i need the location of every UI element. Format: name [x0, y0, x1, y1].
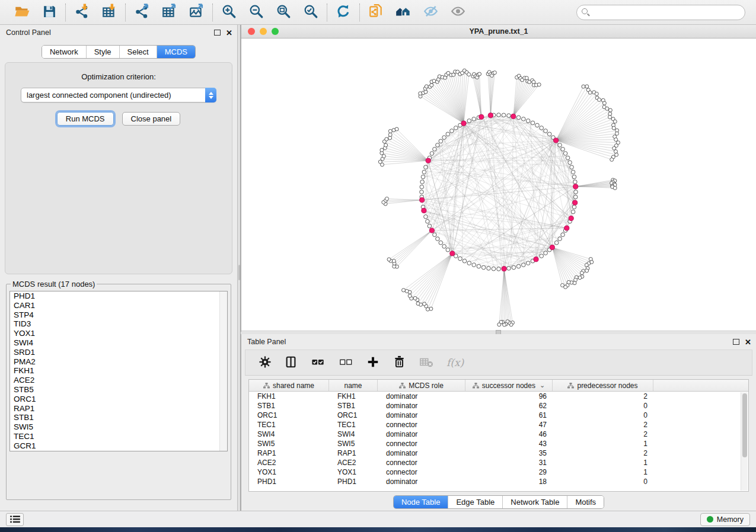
criterion-dropdown[interactable]: largest connected component (undirected)	[21, 88, 216, 102]
mcds-result-item[interactable]: GCR1	[10, 441, 227, 451]
table-panel-header: Table Panel ✕	[241, 334, 756, 350]
add-column-button[interactable]	[366, 355, 379, 370]
table-row[interactable]: SWI4SWI4dominator462	[249, 430, 748, 439]
mcds-list-scrollbar[interactable]	[219, 291, 227, 451]
mcds-result-item[interactable]: PMA2	[10, 357, 227, 367]
zoom-fit-button[interactable]	[275, 4, 292, 21]
mcds-result-item[interactable]: RAP1	[10, 404, 227, 414]
tab-mcds[interactable]: MCDS	[157, 46, 195, 58]
mcds-result-item[interactable]: STB5	[10, 385, 227, 395]
cell-role: dominator	[378, 448, 465, 458]
table-row[interactable]: SWI5SWI5connector431	[249, 439, 748, 448]
cell-predecessors: 0	[553, 411, 653, 420]
import-table-button[interactable]	[101, 4, 117, 21]
mcds-result-item[interactable]: ACE2	[10, 376, 227, 385]
save-session-button[interactable]	[41, 4, 58, 21]
open-file-button[interactable]	[14, 4, 30, 21]
delete-column-button[interactable]	[393, 355, 406, 370]
column-header-shared-name[interactable]: shared name	[249, 380, 329, 391]
tab-style[interactable]: Style	[86, 46, 119, 58]
deselect-all-rows-button[interactable]	[339, 355, 353, 370]
cell-predecessors: 0	[553, 401, 653, 411]
control-panel-title: Control Panel	[6, 28, 51, 37]
select-all-rows-icon	[311, 355, 326, 370]
cell-empty	[653, 477, 748, 486]
close-panel-icon[interactable]: ✕	[745, 338, 751, 346]
tab-network-table[interactable]: Network Table	[502, 496, 567, 508]
mcds-result-item[interactable]: TEC1	[10, 432, 227, 441]
table-row[interactable]: RAP1RAP1dominator352	[249, 448, 748, 458]
mcds-result-item[interactable]: YOX1	[10, 329, 227, 338]
mcds-result-item[interactable]: TID3	[10, 319, 227, 329]
float-panel-icon[interactable]	[214, 30, 221, 36]
table-scrollbar-thumb[interactable]	[742, 393, 747, 457]
mcds-result-item[interactable]: FKH1	[10, 366, 227, 376]
export-image-button[interactable]	[188, 4, 205, 21]
mcds-result-item[interactable]: CAR1	[10, 301, 227, 310]
mcds-result-item[interactable]: STP4	[10, 310, 227, 320]
run-mcds-button[interactable]: Run MCDS	[57, 112, 114, 126]
hide-selected-button[interactable]	[422, 4, 439, 21]
cell-successors: 47	[465, 420, 553, 430]
import-network-button[interactable]	[74, 4, 90, 21]
network-graph	[241, 39, 755, 331]
column-header-MCDS-role[interactable]: MCDS role	[378, 380, 465, 391]
export-network-button[interactable]	[133, 4, 150, 21]
table-row[interactable]: TEC1TEC1connector472	[249, 420, 748, 430]
tab-edge-table[interactable]: Edge Table	[448, 496, 502, 508]
first-neighbors-button[interactable]	[395, 4, 412, 21]
table-tabs: Node TableEdge TableNetwork TableMotifs	[241, 495, 756, 509]
memory-button[interactable]: Memory	[700, 513, 750, 526]
cell-name: ORC1	[329, 411, 378, 420]
table-row[interactable]: FKH1FKH1dominator962	[249, 392, 748, 401]
table-scrollbar[interactable]	[741, 392, 748, 491]
duplicate-network-button[interactable]	[368, 4, 384, 21]
cytoscape-window: Control Panel ✕ NetworkStyleSelectMCDS O…	[0, 0, 756, 532]
split-column-button[interactable]	[285, 355, 298, 370]
cell-role: dominator	[378, 477, 465, 486]
zoom-out-button[interactable]	[248, 4, 264, 21]
mcds-result-item[interactable]: STB1	[10, 413, 227, 422]
table-row[interactable]: PHD1PHD1dominator180	[249, 477, 748, 486]
mcds-result-list[interactable]: PHD1CAR1STP4TID3YOX1SWI4SRD1PMA2FKH1ACE2…	[9, 291, 228, 451]
cell-empty	[653, 467, 748, 477]
cell-name: RAP1	[329, 448, 378, 458]
mcds-result-item[interactable]: SRD1	[10, 348, 227, 357]
mcds-result-item[interactable]: SWI5	[10, 422, 227, 432]
column-header-predecessor-nodes[interactable]: predecessor nodes	[553, 380, 653, 391]
show-all-button[interactable]	[449, 4, 466, 21]
mcds-panel: Optimization criterion: largest connecte…	[5, 62, 232, 274]
float-panel-icon[interactable]	[733, 339, 739, 345]
tab-network[interactable]: Network	[42, 46, 86, 58]
search-input[interactable]	[576, 5, 745, 20]
close-panel-button[interactable]: Close panel	[122, 112, 181, 126]
column-header-name[interactable]: name	[329, 380, 378, 391]
table-toolbar: f(x)	[245, 350, 752, 376]
table-settings-button[interactable]	[259, 355, 272, 370]
tab-select[interactable]: Select	[119, 46, 157, 58]
export-table-button[interactable]	[161, 4, 177, 21]
mcds-result-item[interactable]: PHD1	[10, 291, 227, 301]
table-row[interactable]: ACE2ACE2connector311	[249, 458, 748, 467]
search-box	[576, 5, 745, 20]
select-all-rows-button[interactable]	[311, 355, 326, 370]
tab-motifs[interactable]: Motifs	[567, 496, 604, 508]
zoom-in-button[interactable]	[221, 4, 237, 21]
hide-selected-icon	[423, 4, 439, 21]
zoom-selected-button[interactable]	[302, 4, 319, 21]
mcds-result-item[interactable]: ORC1	[10, 395, 227, 404]
column-header-successor-nodes[interactable]: successor nodes⌄	[465, 380, 553, 391]
network-canvas[interactable]	[241, 39, 756, 331]
cell-predecessors: 2	[553, 448, 653, 458]
refresh-view-button[interactable]	[335, 4, 352, 21]
table-row[interactable]: ORC1ORC1dominator610	[249, 411, 748, 420]
import-network-icon	[74, 4, 90, 21]
task-history-button[interactable]	[6, 513, 24, 526]
table-row[interactable]: YOX1YOX1connector291	[249, 467, 748, 477]
mcds-result-item[interactable]: SWI4	[10, 338, 227, 348]
cell-predecessors: 2	[553, 430, 653, 439]
table-row[interactable]: STB1STB1dominator620	[249, 401, 748, 411]
cell-empty	[653, 458, 748, 467]
tab-node-table[interactable]: Node Table	[394, 496, 448, 508]
close-panel-icon[interactable]: ✕	[226, 29, 232, 37]
